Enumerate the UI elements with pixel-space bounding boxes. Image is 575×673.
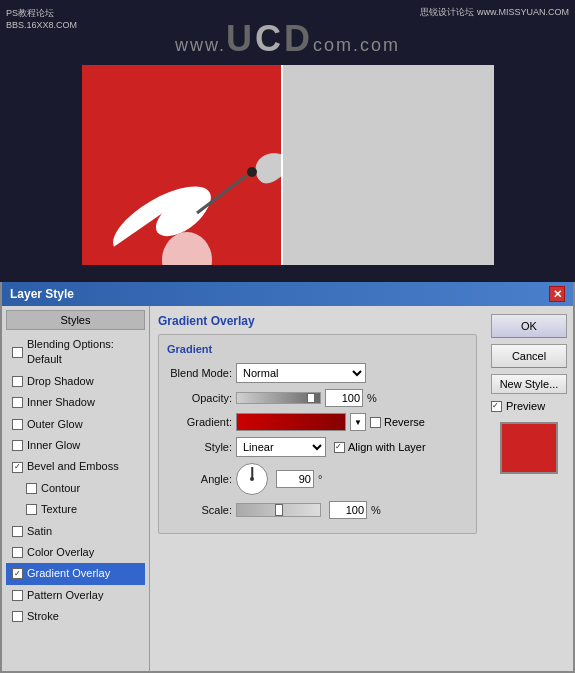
svg-point-5 <box>247 167 257 177</box>
right-panel: OK Cancel New Style... Preview <box>485 306 573 671</box>
opacity-thumb[interactable] <box>307 393 315 403</box>
scale-row: Scale: % <box>167 501 468 519</box>
styles-panel: Styles Blending Options: Default Drop Sh… <box>2 306 150 671</box>
drop-shadow-checkbox[interactable] <box>12 376 23 387</box>
watermark-right: 思锐设计论坛 www.MISSYUAN.COM <box>420 6 569 19</box>
blend-mode-row: Blend Mode: Normal <box>167 363 468 383</box>
style-item-inner-shadow[interactable]: Inner Shadow <box>6 392 145 413</box>
style-label: Style: <box>167 441 232 453</box>
opacity-row: Opacity: % <box>167 389 468 407</box>
gradient-row: Gradient: ▼ Reverse <box>167 413 468 431</box>
style-item-pattern-overlay[interactable]: Pattern Overlay <box>6 585 145 606</box>
style-item-inner-glow[interactable]: Inner Glow <box>6 435 145 456</box>
blend-mode-select[interactable]: Normal <box>236 363 366 383</box>
style-item-satin[interactable]: Satin <box>6 521 145 542</box>
reverse-checkbox[interactable] <box>370 417 381 428</box>
puzzle-image <box>82 65 494 265</box>
dialog-close-button[interactable]: ✕ <box>549 286 565 302</box>
angle-row: Angle: ° <box>167 463 468 495</box>
satin-checkbox[interactable] <box>12 526 23 537</box>
style-item-outer-glow[interactable]: Outer Glow <box>6 414 145 435</box>
watermark-left: PS教程论坛 BBS.16XX8.COM <box>6 8 77 31</box>
style-item-bevel[interactable]: Bevel and Emboss <box>6 456 145 477</box>
gradient-subtitle: Gradient <box>167 343 468 355</box>
gradient-dropdown-arrow[interactable]: ▼ <box>350 413 366 431</box>
reverse-label: Reverse <box>384 416 425 428</box>
blend-mode-label: Blend Mode: <box>167 367 232 379</box>
angle-unit: ° <box>318 473 322 485</box>
gradient-box: Gradient Blend Mode: Normal Opacity: % <box>158 334 477 534</box>
angle-label: Angle: <box>167 473 232 485</box>
preview-label: Preview <box>506 400 545 412</box>
stroke-checkbox[interactable] <box>12 611 23 622</box>
texture-checkbox[interactable] <box>26 504 37 515</box>
gradient-overlay-checkbox[interactable] <box>12 568 23 579</box>
scale-value-input[interactable] <box>329 501 367 519</box>
align-label: Align with Layer <box>348 441 426 453</box>
opacity-slider[interactable] <box>236 392 321 404</box>
style-item-color-overlay[interactable]: Color Overlay <box>6 542 145 563</box>
gradient-preview-swatch[interactable] <box>236 413 346 431</box>
style-item-contour[interactable]: Contour <box>6 478 145 499</box>
new-style-button[interactable]: New Style... <box>491 374 567 394</box>
dialog-titlebar: Layer Style ✕ <box>2 282 573 306</box>
contour-checkbox[interactable] <box>26 483 37 494</box>
opacity-label: Opacity: <box>167 392 232 404</box>
preview-checkbox[interactable] <box>491 401 502 412</box>
style-item-texture[interactable]: Texture <box>6 499 145 520</box>
style-item-gradient-overlay[interactable]: Gradient Overlay <box>6 563 145 584</box>
opacity-value-input[interactable] <box>325 389 363 407</box>
canvas-preview: PS教程论坛 BBS.16XX8.COM 思锐设计论坛 www.MISSYUAN… <box>0 0 575 280</box>
angle-value-input[interactable] <box>276 470 314 488</box>
dial-center <box>250 477 254 481</box>
style-select[interactable]: Linear <box>236 437 326 457</box>
align-layer-label: Align with Layer <box>334 441 426 453</box>
opacity-unit: % <box>367 392 377 404</box>
styles-header[interactable]: Styles <box>6 310 145 330</box>
preview-row: Preview <box>491 400 567 412</box>
style-row: Style: Linear Align with Layer <box>167 437 468 457</box>
blending-checkbox[interactable] <box>12 347 23 358</box>
ok-button[interactable]: OK <box>491 314 567 338</box>
main-content-area: Gradient Overlay Gradient Blend Mode: No… <box>150 306 485 671</box>
scale-unit: % <box>371 504 381 516</box>
scale-slider[interactable] <box>236 503 321 517</box>
inner-shadow-checkbox[interactable] <box>12 397 23 408</box>
gradient-label: Gradient: <box>167 416 232 428</box>
style-item-stroke[interactable]: Stroke <box>6 606 145 627</box>
angle-dial[interactable] <box>236 463 268 495</box>
inner-glow-checkbox[interactable] <box>12 440 23 451</box>
align-layer-checkbox[interactable] <box>334 442 345 453</box>
scale-label: Scale: <box>167 504 232 516</box>
pattern-overlay-checkbox[interactable] <box>12 590 23 601</box>
color-overlay-checkbox[interactable] <box>12 547 23 558</box>
cancel-button[interactable]: Cancel <box>491 344 567 368</box>
site-title: www.UCDcom.com <box>175 18 400 60</box>
style-item-drop-shadow[interactable]: Drop Shadow <box>6 371 145 392</box>
layer-style-dialog: Layer Style ✕ Styles Blending Options: D… <box>0 282 575 673</box>
dialog-title: Layer Style <box>10 287 74 301</box>
style-item-blending[interactable]: Blending Options: Default <box>6 334 145 371</box>
scale-thumb[interactable] <box>275 504 283 516</box>
outer-glow-checkbox[interactable] <box>12 419 23 430</box>
preview-swatch <box>500 422 558 474</box>
bevel-checkbox[interactable] <box>12 462 23 473</box>
reverse-checkbox-label: Reverse <box>370 416 425 428</box>
section-title: Gradient Overlay <box>158 314 477 328</box>
